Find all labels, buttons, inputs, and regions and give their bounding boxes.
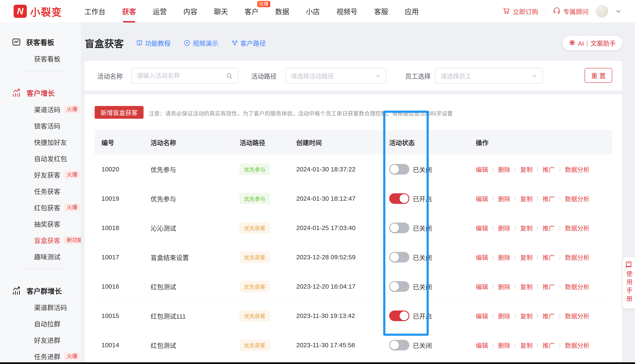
sidebar-item-1-4[interactable]: 好友获客火爆: [0, 166, 81, 183]
action-edit[interactable]: 编辑: [476, 341, 488, 350]
activity-path-select[interactable]: 请选择活动路径: [285, 68, 386, 84]
action-copy[interactable]: 复制: [520, 165, 533, 174]
nav-item-3[interactable]: 内容: [175, 0, 206, 22]
nav-item-0[interactable]: 工作台: [76, 0, 114, 22]
sidebar-item-1-0[interactable]: 渠道活码火爆: [0, 101, 81, 118]
action-edit[interactable]: 编辑: [476, 194, 488, 203]
create-blindbox-button[interactable]: 新增盲盒获客: [95, 106, 144, 119]
status-toggle[interactable]: [389, 252, 409, 262]
sidebar-item-1-6[interactable]: 红包获客火爆: [0, 199, 81, 216]
nav-item-4[interactable]: 聊天: [206, 0, 236, 22]
action-edit[interactable]: 编辑: [476, 311, 488, 320]
action-data-analysis[interactable]: 数据分析: [565, 165, 589, 174]
action-edit[interactable]: 编辑: [476, 165, 488, 174]
column-header-2: 活动路径: [240, 138, 296, 147]
reset-button[interactable]: 重 置: [585, 68, 612, 83]
status-label: 已关闭: [413, 340, 432, 350]
action-copy[interactable]: 复制: [520, 311, 533, 320]
sidebar-item-1-9[interactable]: 趣味测试: [0, 248, 81, 264]
action-separator: |: [492, 342, 494, 348]
status-toggle[interactable]: [389, 281, 409, 292]
status-toggle[interactable]: [389, 164, 409, 174]
nav-item-7[interactable]: 小店: [298, 0, 328, 22]
action-copy[interactable]: 复制: [520, 194, 533, 203]
status-label: 已关闭: [413, 282, 432, 291]
activity-name-input[interactable]: [137, 72, 226, 80]
cell-status: 已关闭: [389, 252, 476, 262]
status-toggle[interactable]: [389, 310, 409, 321]
sidebar-item-1-2[interactable]: 快捷加好友: [0, 134, 81, 150]
sidebar-item-label: 抽奖获客: [34, 219, 60, 228]
sidebar-item-2-3[interactable]: 任务进群火爆: [0, 348, 81, 364]
action-promote[interactable]: 推广: [542, 311, 555, 320]
action-data-analysis[interactable]: 数据分析: [565, 341, 589, 350]
sidebar-item-label: 红包获客: [34, 202, 60, 212]
action-delete[interactable]: 删除: [498, 341, 510, 350]
sidebar-item-1-1[interactable]: 锁客活码: [0, 118, 81, 134]
sidebar-section-0[interactable]: 获客看板: [0, 34, 81, 50]
cell-id: 10020: [101, 166, 151, 173]
action-data-analysis[interactable]: 数据分析: [565, 253, 589, 262]
nav-item-6[interactable]: 数据: [267, 0, 298, 22]
action-edit[interactable]: 编辑: [476, 224, 488, 232]
action-separator: |: [559, 224, 561, 231]
action-copy[interactable]: 复制: [520, 224, 533, 232]
nav-item-8[interactable]: 视频号: [328, 0, 366, 22]
status-toggle[interactable]: [389, 340, 409, 350]
header-link-2[interactable]: 客户路径: [231, 38, 266, 48]
nav-item-5[interactable]: 客户火爆: [236, 0, 267, 22]
advisor-button[interactable]: 专属顾问: [553, 6, 589, 16]
action-copy[interactable]: 复制: [520, 282, 533, 291]
sidebar-item-2-0[interactable]: 渠道群活码: [0, 299, 81, 315]
action-copy[interactable]: 复制: [520, 253, 533, 262]
action-promote[interactable]: 推广: [542, 253, 555, 262]
action-promote[interactable]: 推广: [542, 194, 555, 203]
order-now-button[interactable]: 立即订购: [503, 6, 538, 16]
action-delete[interactable]: 删除: [498, 165, 510, 174]
nav-item-label: 数据: [275, 6, 289, 16]
action-delete[interactable]: 删除: [498, 253, 510, 262]
chevron-down-icon[interactable]: [615, 8, 621, 14]
search-icon[interactable]: [226, 72, 233, 79]
action-delete[interactable]: 删除: [498, 311, 510, 320]
nav-item-9[interactable]: 客服: [366, 0, 396, 22]
action-delete[interactable]: 删除: [498, 194, 510, 203]
status-toggle[interactable]: [389, 193, 409, 204]
growth-icon: [12, 286, 22, 296]
sidebar-item-0-0[interactable]: 获客看板: [0, 50, 81, 67]
user-avatar[interactable]: [596, 5, 608, 18]
user-manual-fab[interactable]: 使用手册: [623, 257, 635, 308]
nav-item-2[interactable]: 运营: [144, 0, 175, 22]
action-copy[interactable]: 复制: [520, 341, 533, 350]
action-edit[interactable]: 编辑: [476, 253, 488, 262]
staff-select[interactable]: 请选择员工: [435, 68, 543, 84]
action-edit[interactable]: 编辑: [476, 282, 488, 291]
action-promote[interactable]: 推广: [542, 224, 555, 232]
header-link-1[interactable]: 视频演示: [184, 38, 218, 48]
action-data-analysis[interactable]: 数据分析: [565, 224, 589, 232]
sidebar-item-1-3[interactable]: 自动发红包: [0, 150, 81, 166]
table-row: 10015红包测试111优先获客2023-11-30 19:13:42已开启编辑…: [95, 301, 612, 330]
sidebar-item-1-7[interactable]: 抽奖获客: [0, 216, 81, 232]
nav-item-1[interactable]: 获客: [114, 0, 144, 22]
action-data-analysis[interactable]: 数据分析: [565, 282, 589, 291]
action-promote[interactable]: 推广: [542, 341, 555, 350]
action-promote[interactable]: 推广: [542, 165, 555, 174]
status-toggle[interactable]: [389, 222, 409, 233]
app-logo[interactable]: N 小裂变: [14, 4, 62, 19]
action-data-analysis[interactable]: 数据分析: [565, 194, 589, 203]
path-tag: 优先获客: [240, 281, 270, 292]
nav-item-10[interactable]: 应用: [396, 0, 427, 22]
sidebar-section-1[interactable]: 客户增长: [0, 84, 81, 101]
action-promote[interactable]: 推广: [542, 282, 555, 291]
sidebar-item-1-5[interactable]: 任务获客: [0, 183, 81, 199]
sidebar-item-1-8[interactable]: 盲盒获客新功能: [0, 232, 81, 248]
header-link-0[interactable]: 功能教程: [136, 38, 170, 48]
action-delete[interactable]: 删除: [498, 224, 510, 232]
action-data-analysis[interactable]: 数据分析: [565, 311, 589, 320]
sidebar-section-2[interactable]: 客户群增长: [0, 282, 81, 299]
action-delete[interactable]: 删除: [498, 282, 510, 291]
sidebar-item-2-1[interactable]: 自动拉群: [0, 315, 81, 332]
sidebar-item-2-2[interactable]: 好友进群: [0, 332, 81, 348]
ai-copy-assistant-button[interactable]: ❋ AI｜文案助手: [562, 36, 622, 50]
